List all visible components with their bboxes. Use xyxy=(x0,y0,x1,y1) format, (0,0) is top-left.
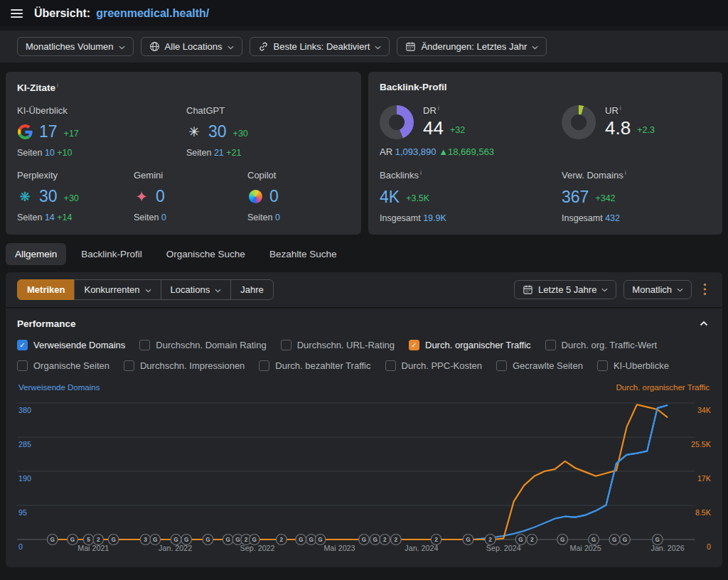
pages-count: 0 xyxy=(275,213,280,222)
checkbox-box: ✓ xyxy=(17,340,28,350)
checkbox-label: Gecrawlte Seiten xyxy=(513,360,583,371)
marker-label: G xyxy=(518,536,523,543)
marker-label: 2 xyxy=(488,536,492,543)
performance-chart[interactable]: 38028519095034K25.5K17K8.5K0Mai 2021Jan.… xyxy=(17,393,711,562)
gemini-icon: ✦ xyxy=(134,188,149,205)
pages-delta: +14 xyxy=(57,213,72,222)
chevron-up-icon[interactable] xyxy=(697,319,711,328)
perplexity-icon: ❋ xyxy=(17,189,33,205)
tab-organische-suche[interactable]: Organische Suche xyxy=(157,243,255,265)
ur-delta: +2.3 xyxy=(637,125,655,135)
checkbox-organische-seiten[interactable]: Organische Seiten xyxy=(17,360,109,371)
ai-metric-label: Gemini xyxy=(134,170,247,181)
toolbar-monatlich[interactable]: Monatlich xyxy=(623,280,692,299)
tab-allgemein[interactable]: Allgemein xyxy=(6,243,66,265)
checkbox-gecrawlte-seiten[interactable]: Gecrawlte Seiten xyxy=(496,360,583,371)
checkbox-durch-organischer-traffic[interactable]: ✓Durch. organischer Traffic xyxy=(409,340,531,350)
checkbox-durch-ppc-kosten[interactable]: Durch. PPC-Kosten xyxy=(385,360,482,371)
ai-metric-pages: Seiten 10 +10 xyxy=(17,148,186,158)
filter-beste-links-deaktiviert[interactable]: Beste Links: Deaktiviert xyxy=(250,37,390,56)
chevron-down-icon xyxy=(215,284,221,295)
performance-title: Performance xyxy=(17,318,76,329)
section-tabs: AllgemeinBacklink-ProfilOrganische Suche… xyxy=(6,243,722,265)
pages-count: 21 xyxy=(214,148,224,158)
marker-label: 2 xyxy=(97,536,100,543)
dr-label: DR xyxy=(423,105,437,116)
checkbox-durch-org-traffic-wert[interactable]: Durch. org. Traffic-Wert xyxy=(545,340,658,350)
openai-icon: ✳ xyxy=(186,124,202,140)
segment-konkurrenten[interactable]: Konkurrenten xyxy=(74,279,161,300)
ref-domains-block: Verw. Domainsi 367+342 Insgesamt 432 xyxy=(562,169,626,222)
legend-organic-traffic: Durch. organischer Traffic xyxy=(616,383,710,392)
ai-metric-value: 17 xyxy=(39,122,58,141)
tab-backlink-profil[interactable]: Backlink-Profil xyxy=(72,243,151,265)
filter-nderungen-letztes-jahr[interactable]: Änderungen: Letztes Jahr xyxy=(397,37,547,56)
y-right-tick: 8.5K xyxy=(695,508,711,517)
y-right-tick: 17K xyxy=(697,474,711,483)
checkbox-verweisende-domains[interactable]: ✓Verweisende Domains xyxy=(17,340,125,350)
checkbox-box xyxy=(281,340,291,350)
marker-label: G xyxy=(318,536,322,543)
google-icon xyxy=(17,124,33,139)
checkbox-box xyxy=(385,360,396,371)
ai-metric-label: Perplexity xyxy=(17,170,134,181)
chevron-down-icon xyxy=(228,45,234,50)
ai-metric-pages: Seiten 14 +14 xyxy=(17,213,134,222)
marker-label: G xyxy=(252,536,257,543)
segment-label: Locations xyxy=(171,284,210,295)
ai-metric-gemini: Gemini✦0Seiten 0 xyxy=(134,170,247,222)
segment-label: Jahre xyxy=(240,284,264,295)
chevron-down-icon xyxy=(375,45,381,50)
ai-metric-delta: +30 xyxy=(64,193,79,203)
backlinks-block: Backlinksi 4K+3.5K Insgesamt 19.9K xyxy=(380,169,562,222)
kebab-menu-icon[interactable] xyxy=(699,281,711,297)
segment-jahre[interactable]: Jahre xyxy=(230,279,274,300)
marker-label: G xyxy=(373,536,377,543)
hamburger-menu-icon[interactable] xyxy=(9,6,24,21)
chart-toolbar: MetrikenKonkurrentenLocationsJahre Letzt… xyxy=(6,272,722,307)
pages-count: 14 xyxy=(45,213,55,222)
pages-count: 0 xyxy=(161,213,166,222)
y-right-tick: 25.5K xyxy=(691,440,711,449)
domain-link[interactable]: greenmedical.health/ xyxy=(96,7,209,20)
checkbox-durchschn-impressionen[interactable]: Durchschn. Impressionen xyxy=(124,360,245,371)
calendar-icon xyxy=(523,284,533,295)
ar-delta: 18,669,563 xyxy=(448,146,494,157)
ai-metric-label: Copilot xyxy=(247,170,280,181)
marker-label: G xyxy=(560,536,564,543)
toolbar-letzte-5-jahre[interactable]: Letzte 5 Jahre xyxy=(514,280,616,299)
checkbox-label: Verweisende Domains xyxy=(33,340,125,350)
total-label: Insgesamt xyxy=(380,213,421,223)
checkbox-label: KI-Uberblicke xyxy=(614,360,669,371)
metric-checkboxes: ✓Verweisende DomainsDurchschn. Domain Ra… xyxy=(17,340,711,371)
filter-alle-locations[interactable]: Alle Locations xyxy=(141,37,242,56)
x-tick: Mai 2021 xyxy=(77,544,109,552)
checkbox-ki-uberblicke[interactable]: KI-Uberblicke xyxy=(597,360,669,371)
segment-label: Konkurrenten xyxy=(84,284,139,295)
segment-locations[interactable]: Locations xyxy=(161,279,232,300)
globe-icon xyxy=(149,41,160,52)
segment-label: Metriken xyxy=(27,284,65,295)
checkbox-label: Durchschn. Domain Rating xyxy=(156,340,266,350)
ur-value: 4.8 xyxy=(605,117,631,139)
dr-delta: +32 xyxy=(450,125,465,135)
legend-ref-domains: Verweisende Domains xyxy=(18,383,100,392)
toolbar-right: Letzte 5 JahreMonatlich xyxy=(514,280,711,299)
checkbox-durchschn-domain-rating[interactable]: Durchschn. Domain Rating xyxy=(139,340,266,350)
checkbox-label: Durch. org. Traffic-Wert xyxy=(562,340,658,350)
checkbox-box xyxy=(597,360,608,371)
marker-label: G xyxy=(299,536,303,543)
segment-metriken[interactable]: Metriken xyxy=(17,279,75,300)
backlinks-value: 4K xyxy=(380,188,400,207)
marker-label: G xyxy=(612,536,616,543)
backlink-card-title: Backlink-Profil xyxy=(380,82,447,92)
tab-bezahlte-suche[interactable]: Bezahlte Suche xyxy=(260,243,346,265)
checkbox-box xyxy=(259,360,269,371)
checkbox-durch-bezahlter-traffic[interactable]: Durch. bezahlter Traffic xyxy=(259,360,370,371)
filter-monatliches-volumen[interactable]: Monatliches Volumen xyxy=(17,37,134,56)
toolbar-label: Letzte 5 Jahre xyxy=(538,284,596,295)
info-superscript: i xyxy=(620,104,621,112)
chevron-down-icon xyxy=(677,288,683,292)
checkbox-durchschn-url-rating[interactable]: Durchschn. URL-Rating xyxy=(281,340,395,350)
chevron-down-icon xyxy=(532,45,538,50)
